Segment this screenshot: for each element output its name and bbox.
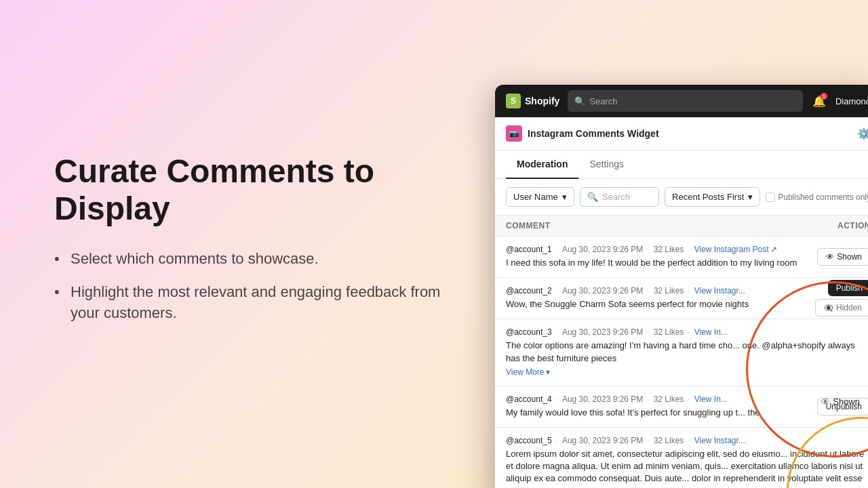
comment-text: Lorem ipsum dolor sit amet, consectetur … xyxy=(506,448,868,488)
tab-settings[interactable]: Settings xyxy=(578,150,635,179)
table-row: @account_3 · Aug 30, 2023 9:26 PM · 32 L… xyxy=(495,319,868,386)
view-instagram-link[interactable]: View Instagr... xyxy=(694,286,745,296)
comment-meta-5: @account_5 · Aug 30, 2023 9:26 PM · 32 L… xyxy=(506,436,868,445)
shown-button[interactable]: 👁 Shown xyxy=(817,248,868,266)
external-link-icon: ↗ xyxy=(770,245,777,254)
comment-meta-4: @account_4 · Aug 30, 2023 9:26 PM · 32 L… xyxy=(506,394,814,404)
comment-date: Aug 30, 2023 9:26 PM xyxy=(562,394,643,404)
comment-likes: 32 Likes xyxy=(654,286,684,296)
bullet-list: Select which comments to showcase. Highl… xyxy=(54,249,441,336)
tabs-bar: Moderation Settings xyxy=(495,150,868,179)
comment-text: Wow, the Snuggle Charm Sofa seems perfec… xyxy=(506,298,814,310)
account-name: @account_4 xyxy=(506,394,552,404)
user-name-filter-label: User Name xyxy=(513,192,558,202)
shopify-search-input[interactable]: 🔍 Search xyxy=(568,90,803,112)
main-heading: Curate Comments to Display xyxy=(54,152,441,227)
comment-date: Aug 30, 2023 9:26 PM xyxy=(562,327,643,337)
shopify-logo-text: Shopify xyxy=(525,96,559,106)
shopify-logo: S Shopify xyxy=(506,94,559,108)
eye-icon: 👁 xyxy=(821,396,830,407)
account-name: @account_5 xyxy=(506,436,552,445)
user-name-filter[interactable]: User Name ▾ xyxy=(506,187,574,207)
view-instagram-link[interactable]: View In... xyxy=(694,394,728,404)
shown-badge: 👁 Shown xyxy=(821,396,860,407)
search-text: Search xyxy=(602,192,630,202)
comment-likes: 32 Likes xyxy=(654,436,684,445)
comment-text: My family would love this sofa! It's per… xyxy=(506,407,814,419)
app-title: Instagram Comments Widget xyxy=(528,128,659,139)
app-icon: 📷 xyxy=(506,125,522,142)
table-row: @account_5 · Aug 30, 2023 9:26 PM · 32 L… xyxy=(495,428,868,488)
account-name: @account_1 xyxy=(506,245,552,254)
comment-date: Aug 30, 2023 9:26 PM xyxy=(562,436,643,445)
shopify-logo-icon: S xyxy=(506,94,521,108)
table-row: @account_2 · Aug 30, 2023 9:26 PM · 32 L… xyxy=(495,278,868,319)
app-header: 📷 Instagram Comments Widget ⚙️ xyxy=(495,117,868,150)
sort-label: Recent Posts First xyxy=(672,192,744,202)
shopify-topbar: S Shopify 🔍 Search 🔔 1 Diamond xyxy=(495,85,868,117)
view-instagram-link[interactable]: View In... xyxy=(694,327,728,337)
table-row: @account_1 · Aug 30, 2023 9:26 PM · 32 L… xyxy=(495,237,868,278)
filter-bar: User Name ▾ 🔍 Search Recent Posts First … xyxy=(495,179,868,216)
published-checkbox-label: Published comments only xyxy=(778,192,868,202)
table-row: @account_4 · Aug 30, 2023 9:26 PM · 32 L… xyxy=(495,386,868,428)
sort-filter[interactable]: Recent Posts First ▾ xyxy=(665,187,760,207)
col-comment: Comment xyxy=(506,221,551,230)
comment-text: The color options are amazing! I'm havin… xyxy=(506,340,868,364)
notification-icon[interactable]: 🔔 1 xyxy=(811,93,827,109)
comment-meta-1: @account_1 · Aug 30, 2023 9:26 PM · 32 L… xyxy=(506,245,814,254)
search-placeholder-text: Search xyxy=(589,96,617,106)
bullet-item-2: Highlight the most relevant and engaging… xyxy=(54,282,441,324)
hidden-icon: 👁‍🗨 xyxy=(824,304,833,312)
publish-button[interactable]: Publish xyxy=(828,280,868,296)
published-comments-filter[interactable]: Published comments only xyxy=(766,192,868,202)
view-instagram-link[interactable]: View Instagram Post ↗ xyxy=(694,245,777,254)
comment-likes: 32 Likes xyxy=(654,394,684,404)
hidden-button[interactable]: 👁‍🗨 Hidden xyxy=(815,299,868,317)
account-name: @account_2 xyxy=(506,286,552,296)
published-checkbox[interactable] xyxy=(766,192,775,202)
chevron-down-icon: ▾ xyxy=(748,192,753,202)
comments-list: @account_1 · Aug 30, 2023 9:26 PM · 32 L… xyxy=(495,237,868,488)
action-col-2: Publish 👁‍🗨 Hidden xyxy=(815,280,868,317)
comment-date: Aug 30, 2023 9:26 PM xyxy=(562,245,643,254)
comment-date: Aug 30, 2023 9:26 PM xyxy=(562,286,643,296)
account-name: @account_3 xyxy=(506,327,552,337)
col-action: Action xyxy=(837,221,868,230)
comment-text: I need this sofa in my life! It would be… xyxy=(506,257,814,269)
app-header-left: 📷 Instagram Comments Widget xyxy=(506,125,659,142)
view-more-button[interactable]: View More ▾ xyxy=(506,367,550,377)
notification-badge: 1 xyxy=(821,93,827,100)
table-header: Comment Action xyxy=(495,216,868,237)
search-icon: 🔍 xyxy=(587,192,598,202)
shopify-panel: S Shopify 🔍 Search 🔔 1 Diamond 📷 Instagr… xyxy=(495,85,868,488)
action-col-1: 👁 Shown xyxy=(817,248,868,266)
chevron-down-icon: ▾ xyxy=(562,192,567,202)
search-icon: 🔍 xyxy=(574,96,585,106)
comment-meta-3: @account_3 · Aug 30, 2023 9:26 PM · 32 L… xyxy=(506,327,868,337)
shopify-topbar-right: 🔔 1 Diamond xyxy=(811,93,868,109)
chevron-down-icon: ▾ xyxy=(546,367,550,377)
view-instagram-link[interactable]: View Instagr... xyxy=(694,436,745,445)
bullet-item-1: Select which comments to showcase. xyxy=(54,249,441,270)
user-name: Diamond xyxy=(835,96,868,106)
action-col-4: Unpublish 👁 Shown xyxy=(817,398,868,415)
comment-likes: 32 Likes xyxy=(654,245,684,254)
tab-moderation[interactable]: Moderation xyxy=(506,150,578,179)
comment-search[interactable]: 🔍 Search xyxy=(580,187,659,207)
comment-likes: 32 Likes xyxy=(654,327,684,337)
eye-icon: 👁 xyxy=(826,252,834,262)
left-panel: Curate Comments to Display Select which … xyxy=(0,0,495,488)
settings-icon[interactable]: ⚙️ xyxy=(857,127,868,140)
comment-meta-2: @account_2 · Aug 30, 2023 9:26 PM · 32 L… xyxy=(506,286,814,296)
